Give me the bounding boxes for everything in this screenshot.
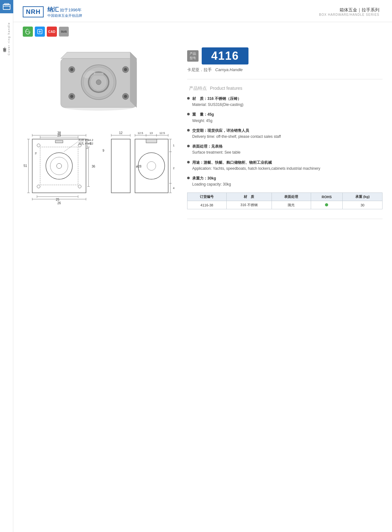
sidebar-vertical-label: 盖环拉手 Cover ring handle (2, 22, 11, 55)
svg-point-13 (124, 68, 127, 71)
feature-content-5: 承重力：30kg Loading capacity: 30kg (192, 175, 231, 187)
feature-bullet-2 (187, 129, 190, 131)
svg-text:13: 13 (150, 131, 153, 135)
header-series-en: BOX HARDWARE/HANDLE SERIES (319, 13, 379, 16)
svg-text:25: 25 (56, 198, 59, 201)
svg-text:孔径 4*ø4.2: 孔径 4*ø4.2 (78, 138, 93, 142)
svg-rect-22 (94, 73, 103, 76)
badge-cert (35, 27, 45, 37)
header-right: 箱体五金｜拉手系列 BOX HARDWARE/HANDLE SERIES (319, 7, 379, 16)
logo-nrh-text: NRH (26, 8, 40, 15)
logo-box: NRH (23, 6, 44, 17)
feature-bullet-4 (187, 161, 190, 163)
badge-eco (23, 27, 33, 37)
feature-content-2: 交货期：现货供应，详洽销售人员 Delivery time: off-the-s… (192, 128, 281, 140)
specs-table-body: 4116-38 316 不锈钢 抛光 30 (187, 201, 383, 209)
cell-rohs-0 (311, 201, 342, 209)
svg-rect-83 (146, 139, 157, 143)
feature-content-4: 用途：游艇、快艇、舱口储物柜、物柜工业机械 Application: Yacht… (192, 160, 320, 172)
svg-marker-9 (130, 52, 137, 107)
logo-sub-cn: 中国箱体五金开创品牌 (47, 13, 82, 18)
badge-sus: SUS (59, 27, 69, 37)
svg-text:3': 3' (35, 152, 37, 155)
svg-point-27 (46, 153, 72, 179)
left-column: 38 29 3 51 (23, 44, 175, 225)
features-list: 材 质：316 不锈钢（压铸） Material: SUS316(Die-cas… (187, 96, 383, 187)
feature-content-1: 重 量：45g Weight: 45g (192, 112, 214, 124)
logo-since: 始于1996年 (60, 7, 82, 13)
svg-text:12.5: 12.5 (138, 131, 143, 135)
feature-item-5: 承重力：30kg Loading capacity: 30kg (187, 175, 383, 187)
feature-bullet-0 (187, 97, 190, 100)
logo-text-cn: 纳汇 始于1996年 中国箱体五金开创品牌 (47, 6, 82, 18)
col-header-rohs: ROHS (311, 193, 342, 201)
svg-text:26: 26 (57, 201, 61, 205)
header-series-cn: 箱体五金｜拉手系列 (319, 7, 379, 13)
feature-content-3: 表面处理：见表格 Surface treatment: See table (192, 144, 241, 156)
svg-point-81 (138, 153, 165, 179)
feature-bullet-1 (187, 113, 190, 115)
right-column: 产品 型号 4116 卡尼亚．拉手 Carnya.Handle 产品特点 Pro… (187, 44, 383, 225)
svg-text:9: 9 (102, 149, 104, 152)
badge-cad: CAD (47, 27, 57, 37)
product-subtitle: 卡尼亚．拉手 Carnya.Handle (187, 67, 383, 73)
main-content: NRH 纳汇 始于1996年 中国箱体五金开创品牌 箱体五金｜拉手系列 BOX … (13, 0, 392, 232)
tech-drawing-svg: 38 29 3 51 (23, 120, 175, 205)
logo-area: NRH 纳汇 始于1996年 中国箱体五金开创品牌 (23, 6, 82, 18)
product-label-box: 产品 型号 (187, 50, 199, 62)
feature-item-2: 交货期：现货供应，详洽销售人员 Delivery time: off-the-s… (187, 128, 383, 140)
svg-rect-80 (111, 139, 130, 193)
product-number-banner: 4116 (202, 47, 248, 64)
svg-point-15 (70, 95, 73, 98)
sidebar: 盖环拉手 Cover ring handle (0, 0, 13, 532)
svg-point-33 (78, 185, 81, 188)
svg-text:36: 36 (92, 165, 95, 168)
col-header-material: 材 质 (226, 193, 272, 201)
feature-item-3: 表面处理：见表格 Surface treatment: See table (187, 144, 383, 156)
cell-material-0: 316 不锈钢 (226, 201, 272, 209)
svg-point-30 (37, 144, 40, 147)
feature-bullet-3 (187, 145, 190, 147)
svg-text:12.3: 12.3 (173, 144, 175, 147)
svg-point-11 (70, 68, 73, 71)
svg-point-29 (57, 163, 62, 168)
svg-text:12: 12 (119, 131, 123, 135)
rohs-dot-0 (325, 203, 328, 206)
svg-text:29: 29 (57, 134, 61, 137)
feature-bullet-5 (187, 177, 190, 179)
product-image-svg (51, 46, 146, 112)
header: NRH 纳汇 始于1996年 中国箱体五金开创品牌 箱体五金｜拉手系列 BOX … (13, 0, 392, 22)
svg-marker-8 (61, 52, 137, 58)
cell-order-0: 4116-38 (187, 201, 227, 209)
col-header-load: 承重 (kg) (343, 193, 383, 201)
cell-surface-0: 抛光 (272, 201, 311, 209)
feature-item-1: 重 量：45g Weight: 45g (187, 112, 383, 124)
svg-text:4.5: 4.5 (173, 187, 175, 190)
svg-point-28 (50, 157, 68, 175)
svg-text:12.5: 12.5 (159, 131, 165, 135)
product-photo (48, 44, 149, 114)
svg-text:ø28: ø28 (136, 165, 142, 168)
product-number-area: 产品 型号 4116 (187, 47, 383, 64)
svg-text:27.7: 27.7 (173, 167, 175, 170)
specs-table: 订货编号 材 质 表面处理 ROHS 承重 (kg) 4116-38 316 不… (187, 193, 383, 209)
svg-point-32 (37, 185, 40, 188)
svg-rect-34 (55, 140, 63, 143)
technical-drawing: 38 29 3 51 (23, 120, 175, 207)
feature-item-4: 用途：游艇、快艇、舱口储物柜、物柜工业机械 Application: Yacht… (187, 160, 383, 172)
features-title: 产品特点 Product features (187, 86, 383, 91)
svg-point-17 (124, 95, 127, 98)
content-area: 38 29 3 51 (13, 41, 392, 232)
svg-text:沉孔 4*ø8.2: 沉孔 4*ø8.2 (78, 142, 93, 145)
cell-load-0: 30 (343, 201, 383, 209)
svg-point-82 (147, 162, 156, 170)
feature-item-0: 材 质：316 不锈钢（压铸） Material: SUS316(Die-cas… (187, 96, 383, 108)
svg-text:51: 51 (23, 164, 27, 168)
col-header-surface: 表面处理 (272, 193, 311, 201)
col-header-order: 订货编号 (187, 193, 227, 201)
svg-point-23 (96, 80, 101, 85)
table-row-0: 4116-38 316 不锈钢 抛光 30 (187, 201, 383, 209)
icon-badges-row: CAD SUS (13, 22, 392, 41)
sidebar-top-icon (0, 0, 13, 13)
svg-line-63 (64, 142, 78, 152)
